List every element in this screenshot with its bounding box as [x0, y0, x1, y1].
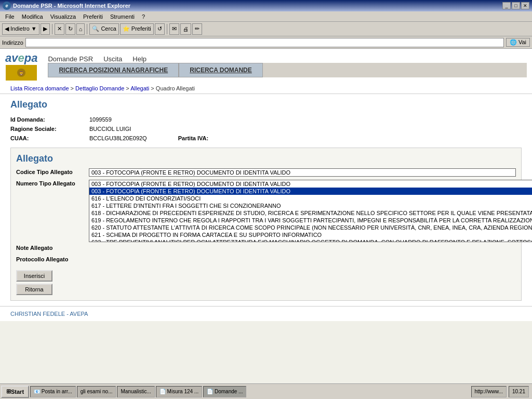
- allegato-title: Allegato: [16, 153, 516, 164]
- breadcrumb-dettaglio[interactable]: Dettaglio Domande: [75, 85, 124, 91]
- dropdown-item-7[interactable]: 621 - SCHEMA DI PROGETTO IN FORMA CARTAC…: [89, 231, 532, 238]
- breadcrumb-sep1: >: [71, 85, 74, 91]
- breadcrumb: Lista Ricerca domande > Dettaglio Domand…: [0, 83, 532, 94]
- protocollo-row: Protocollo Allegato: [16, 256, 516, 265]
- start-button[interactable]: ⊞ Start: [1, 385, 29, 395]
- menu-file[interactable]: File: [2, 13, 18, 20]
- dropdown-item-6[interactable]: 620 - STATUTO ATTESTANTE L'ATTIVITÀ DI R…: [89, 224, 532, 231]
- menu-visualizza[interactable]: Visualizza: [47, 13, 79, 20]
- codice-dropdown-item: 003 - FOTOCOPIA (FRONTE E RETRO) DOCUMEN…: [89, 168, 516, 177]
- search-button[interactable]: 🔍 Cerca: [89, 23, 118, 35]
- maximize-button[interactable]: □: [512, 2, 520, 9]
- codice-content: 003 - FOTOCOPIA (FRONTE E RETRO) DOCUMEN…: [89, 168, 516, 177]
- logo-text: avepa: [5, 51, 37, 65]
- svg-text:🦁: 🦁: [19, 71, 24, 76]
- header-nav-area: Domande PSR Uscita Help RICERCA POSIZION…: [48, 55, 527, 77]
- menu-bar: File Modifica Visualizza Preferiti Strum…: [0, 11, 532, 22]
- stop-button[interactable]: ✕: [55, 23, 64, 35]
- footer-text: CHRISTIAN FEDELE - AVEPA: [10, 311, 88, 317]
- form-fields: Id Domanda: 1099559 Ragione Sociale: BUC…: [10, 115, 522, 142]
- address-bar: Indirizzo 🌐 Vai: [0, 36, 532, 49]
- address-input[interactable]: [25, 38, 504, 47]
- history-button[interactable]: ↺: [155, 23, 165, 35]
- protocollo-label: Protocollo Allegato: [16, 256, 89, 262]
- close-button[interactable]: ✕: [521, 2, 529, 9]
- minimize-button[interactable]: _: [502, 2, 511, 9]
- toolbar-separator-1: [52, 24, 52, 34]
- toolbar: ◀ Indietro ▼ ▶ ✕ ↻ ⌂ 🔍 Cerca ⭐ Preferiti…: [0, 22, 532, 36]
- ie-icon: e: [3, 2, 11, 10]
- nav-domande-psr[interactable]: Domande PSR: [48, 55, 93, 63]
- dropdown-item-4[interactable]: 618 - DICHIARAZIONE DI PRECEDENTI ESPERI…: [89, 209, 532, 217]
- taskbar: ⊞ Start 📧 Posta in arr... gli esami no..…: [0, 383, 532, 395]
- back-button[interactable]: ◀ Indietro ▼: [2, 23, 39, 35]
- dropdown-item-2[interactable]: 616 - L'ELENCO DEI CONSORZIATI/SOCI: [89, 195, 532, 202]
- button-row: Inserisci Ritorna: [16, 270, 516, 295]
- content-area: avepa 🦁 Domande PSR Uscita Help RICERCA …: [0, 49, 532, 383]
- tab-navigation: RICERCA POSIZIONI ANAGRAFICHE RICERCA DO…: [48, 63, 527, 77]
- dropdown-item-0[interactable]: 003 - FOTOCOPIA (FRONTE E RETRO) DOCUMEN…: [89, 180, 532, 188]
- print-button[interactable]: 🖨: [180, 23, 191, 35]
- breadcrumb-lista[interactable]: Lista Ricerca domande: [10, 85, 69, 91]
- taskbar-item-misura[interactable]: 📄 Misura 124 ...: [156, 386, 202, 395]
- home-button[interactable]: ⌂: [76, 23, 85, 35]
- page-footer: CHRISTIAN FEDELE - AVEPA: [0, 306, 532, 321]
- tray-url: http://www...: [471, 386, 507, 395]
- codice-row: Codice Tipo Allegato 003 - FOTOCOPIA (FR…: [16, 168, 516, 178]
- menu-strumenti[interactable]: Strumenti: [107, 13, 138, 20]
- taskbar-item-manualistica[interactable]: Manualistic...: [117, 386, 154, 395]
- mail-button[interactable]: ✉: [169, 23, 179, 35]
- id-domanda-value: 1099559: [89, 115, 522, 124]
- logo-area: avepa 🦁: [5, 51, 37, 81]
- ritorna-button[interactable]: Ritorna: [16, 284, 52, 295]
- title-bar: e Domande PSR - Microsoft Internet Explo…: [0, 0, 532, 11]
- refresh-button[interactable]: ↻: [65, 23, 75, 35]
- breadcrumb-allegati[interactable]: Allegati: [130, 85, 149, 91]
- toolbar-separator-3: [167, 24, 167, 34]
- codice-label: Codice Tipo Allegato: [16, 168, 89, 175]
- dropdown-item-5[interactable]: 619 - REGOLAMENTO INTERNO CHE REGOLA I R…: [89, 217, 532, 224]
- dropdown-item-1[interactable]: 003 - FOTOCOPIA (FRONTE E RETRO) DOCUMEN…: [89, 188, 532, 195]
- cuaa-label: CUAA:: [10, 134, 88, 142]
- forward-button[interactable]: ▶: [41, 23, 50, 35]
- taskbar-item-posta[interactable]: 📧 Posta in arr...: [30, 386, 76, 395]
- breadcrumb-sep2: >: [126, 85, 129, 91]
- page-section: Allegato Id Domanda: 1099559 Ragione Soc…: [0, 94, 532, 306]
- title-bar-left: e Domande PSR - Microsoft Internet Explo…: [3, 2, 130, 10]
- ragione-sociale-value: BUCCIOL LUIGI: [89, 125, 522, 133]
- id-domanda-label: Id Domanda:: [10, 115, 88, 124]
- tab-ricerca-posizioni[interactable]: RICERCA POSIZIONI ANAGRAFICHE: [48, 63, 179, 77]
- window-title: Domande PSR - Microsoft Internet Explore…: [13, 3, 130, 9]
- menu-modifica[interactable]: Modifica: [19, 13, 46, 20]
- numero-content: 003 - FOTOCOPIA (FRONTE E RETRO) DOCUMEN…: [89, 180, 532, 242]
- toolbar-separator-2: [87, 24, 87, 34]
- breadcrumb-sep3: >: [151, 85, 154, 91]
- page-title: Allegato: [10, 99, 522, 110]
- tab-ricerca-domande[interactable]: RICERCA DOMANDE: [179, 63, 263, 77]
- note-label: Note Allegato: [16, 244, 89, 251]
- dropdown-item-3[interactable]: 617 - LETTERE D'INTENTI FRA I SOGGETTI C…: [89, 202, 532, 209]
- dropdown-item-8[interactable]: 622 - TRE PREVENTIVI ANALITICI PER OGNI …: [89, 238, 532, 242]
- cuaa-row: BCCLGU38L20E092Q Partita IVA:: [89, 134, 522, 142]
- note-row: Note Allegato: [16, 244, 516, 254]
- nav-help[interactable]: Help: [132, 55, 147, 63]
- nav-uscita[interactable]: Uscita: [103, 55, 122, 63]
- favorites-button[interactable]: ⭐ Preferiti: [120, 23, 154, 35]
- taskbar-tray: http://www... 10.21: [471, 386, 531, 395]
- ragione-sociale-label: Ragione Sociale:: [10, 125, 88, 133]
- partita-iva-label: Partita IVA:: [178, 134, 208, 142]
- menu-help[interactable]: ?: [139, 13, 148, 20]
- numero-dropdown[interactable]: 003 - FOTOCOPIA (FRONTE E RETRO) DOCUMEN…: [89, 180, 532, 242]
- tray-time: 10.21: [509, 386, 529, 395]
- taskbar-item-domande[interactable]: 📄 Domande ...: [203, 386, 246, 395]
- app-header: avepa 🦁 Domande PSR Uscita Help RICERCA …: [0, 49, 532, 83]
- start-icon: ⊞: [6, 388, 11, 395]
- inserisci-button[interactable]: Inserisci: [16, 270, 52, 282]
- edit-button[interactable]: ✏: [192, 23, 202, 35]
- go-button[interactable]: 🌐 Vai: [506, 38, 530, 47]
- taskbar-item-esami[interactable]: gli esami no...: [77, 386, 116, 395]
- title-bar-controls: _ □ ✕: [502, 2, 529, 9]
- nav-links: Domande PSR Uscita Help: [48, 55, 527, 63]
- logo-badge: 🦁: [6, 65, 37, 81]
- menu-preferiti[interactable]: Preferiti: [80, 13, 106, 20]
